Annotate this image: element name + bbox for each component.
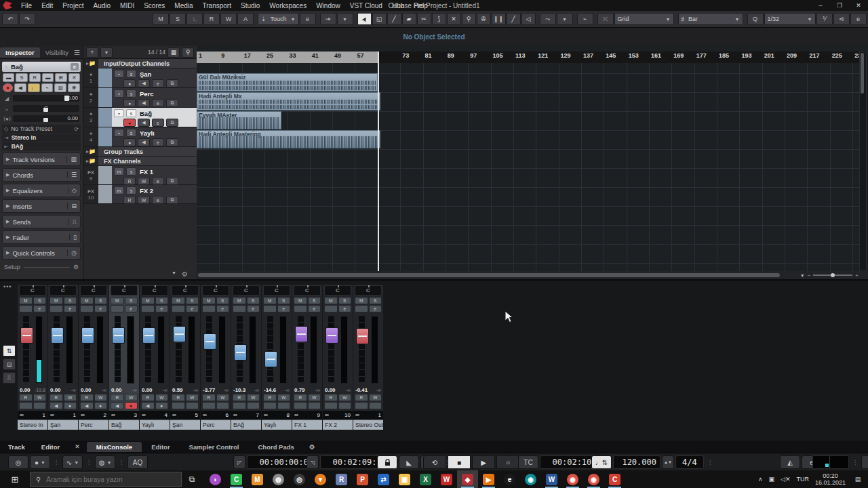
snap-type-button[interactable]: ⤳ <box>540 13 556 25</box>
mixer-inserts-view-button[interactable]: ⊟ <box>3 359 16 370</box>
record-enable-button[interactable]: ● <box>64 402 77 409</box>
aq-button[interactable]: AQ <box>127 455 148 469</box>
exchange-time-format-button[interactable]: TC <box>518 455 538 469</box>
fader-value[interactable]: 0.79 <box>294 387 305 393</box>
arrange-area[interactable]: 1917253341495765738189971051131211291371… <box>197 46 868 279</box>
taskbar-app-chrome-profile-1[interactable]: ◉ <box>562 470 583 488</box>
mute-button[interactable]: M <box>111 297 124 304</box>
mute-button[interactable]: ▪ <box>114 89 124 98</box>
signature-display[interactable]: 4/4 <box>675 455 704 469</box>
edit-channel-button[interactable]: e <box>152 177 164 185</box>
taskbar-app-teamviewer[interactable]: ⇄ <box>373 470 394 488</box>
record-enable-button[interactable]: ● <box>94 402 108 409</box>
mixer-faders-view-button[interactable]: ⇅ <box>3 345 16 357</box>
read-automation-button[interactable]: R <box>172 394 185 401</box>
edit-channel-button[interactable]: e <box>152 196 164 204</box>
zone-tab-mixconsole[interactable]: MixConsole <box>87 442 142 452</box>
mute-button[interactable]: ▪ <box>114 109 124 117</box>
solo-button[interactable]: S <box>247 297 260 304</box>
fader-knob[interactable] <box>295 326 308 342</box>
fader-value[interactable]: 0.00 <box>111 387 122 393</box>
fader-value[interactable]: 0.00 <box>142 387 153 393</box>
inspector-track-header[interactable]: ▼ Bağ e <box>2 62 81 72</box>
channel-name[interactable]: Stereo In <box>18 420 47 430</box>
read-automation-button[interactable]: R <box>19 394 33 401</box>
notification-center-icon[interactable]: ▤ <box>852 476 864 483</box>
channel-name[interactable]: Yaylı <box>262 420 292 430</box>
mute-button[interactable]: ▪ <box>114 129 124 137</box>
audio-event-g-l-dal-m-ziksiz[interactable]: Gül Dalı Müziksiz <box>197 73 378 92</box>
right-locator-icon[interactable]: ◹ <box>307 455 319 469</box>
blank-button[interactable] <box>338 402 352 409</box>
automation-m-button[interactable]: M <box>153 13 169 25</box>
taskbar-app-word[interactable]: W <box>541 470 562 488</box>
output-routing-row[interactable]: ⇤ BAğ <box>2 142 81 150</box>
taskbar-app-camtasia[interactable]: C <box>226 470 247 488</box>
split-tool[interactable]: ✂ <box>417 13 431 25</box>
reload-icon[interactable]: ⟳ <box>74 126 79 132</box>
zone-tab-chord-pads[interactable]: Chord Pads <box>249 442 304 452</box>
time-warp-tool[interactable]: ❙❙ <box>492 13 506 25</box>
mute-button[interactable]: M <box>141 297 155 304</box>
channel-name[interactable]: FX 2 <box>323 420 353 430</box>
taskbar-app-carrot-app[interactable]: ▼ <box>310 470 331 488</box>
automation-a-button[interactable]: A <box>237 13 254 25</box>
glue-tool[interactable]: ⟆ <box>432 13 446 25</box>
read-automation-button[interactable]: R <box>355 394 368 401</box>
tab-inspector[interactable]: Inspector <box>0 47 40 58</box>
draw-tool[interactable]: ╱ <box>387 13 401 25</box>
write-automation-button[interactable]: W <box>94 394 108 401</box>
solo-button[interactable]: S <box>369 297 382 304</box>
menu-help[interactable]: Help <box>409 1 433 10</box>
automation-s-button[interactable]: S <box>170 13 186 25</box>
fader-knob[interactable] <box>326 327 338 344</box>
menu-audio[interactable]: Audio <box>88 1 115 10</box>
channel-name[interactable]: FX 1 <box>292 420 322 430</box>
solo-button[interactable]: S <box>125 297 138 304</box>
fader-track[interactable] <box>23 316 29 382</box>
snap-on-off-button[interactable]: ⌁ <box>577 13 593 25</box>
listen-button[interactable] <box>50 305 63 312</box>
blank-button[interactable] <box>294 402 307 409</box>
mute-button[interactable]: M <box>50 297 63 304</box>
automation-l-button[interactable]: L <box>186 13 203 25</box>
tracklist-gear-icon[interactable]: ⚙ <box>182 270 188 278</box>
edit-channel-button[interactable]: e <box>33 305 47 312</box>
automation-w-button[interactable]: W <box>220 13 237 25</box>
pan-control[interactable]: C <box>50 285 77 296</box>
solo-button[interactable]: S <box>16 73 27 82</box>
channel-name[interactable]: Perc <box>201 420 231 430</box>
read-automation-button[interactable]: R <box>233 394 246 401</box>
delay-slider[interactable]: 0.00 <box>13 115 79 122</box>
undo-button[interactable]: ↶ <box>2 13 18 25</box>
mute-button[interactable]: M <box>324 297 338 304</box>
comp-tool[interactable]: ✇ <box>477 13 491 25</box>
track-ba[interactable]: ✦3 ▪ s Bağ ● ◀ e ⧉ <box>83 108 197 127</box>
fader-value[interactable]: 0.00 <box>325 387 336 393</box>
blank-button[interactable] <box>324 402 338 409</box>
punch-in-icon[interactable]: ◣ <box>399 455 419 469</box>
write-automation-button[interactable]: W <box>338 394 352 401</box>
listen-button[interactable] <box>294 305 307 312</box>
channel-name[interactable]: Yaylı <box>140 420 170 430</box>
solo-button[interactable]: S <box>94 297 108 304</box>
horizontal-scrollbar[interactable]: ▼ − + <box>197 271 868 279</box>
auto-scroll-options-caret[interactable]: ▼ <box>337 13 353 25</box>
monitor-button[interactable]: ◀ <box>138 79 150 87</box>
mute-button[interactable]: M <box>19 297 33 304</box>
menu-scores[interactable]: Scores <box>139 1 170 10</box>
blank-button[interactable] <box>369 402 382 409</box>
solo-button[interactable]: s <box>126 70 136 78</box>
fader-value[interactable]: 0.59 <box>172 387 183 393</box>
taskbar-app-wavelab[interactable]: W <box>436 470 457 488</box>
pan-control[interactable]: C <box>355 285 382 296</box>
read-automation-button[interactable]: R <box>123 177 136 185</box>
pan-control[interactable]: C <box>172 285 199 296</box>
fader-track[interactable] <box>54 316 60 382</box>
blank-button[interactable] <box>263 402 277 409</box>
solo-button[interactable]: S <box>308 297 321 304</box>
left-locator-icon[interactable]: ◸ <box>233 455 245 469</box>
lock-icon[interactable] <box>377 455 397 469</box>
track-filter-icon[interactable]: ▦ <box>167 47 180 58</box>
edit-channel-button[interactable]: e <box>308 305 321 312</box>
